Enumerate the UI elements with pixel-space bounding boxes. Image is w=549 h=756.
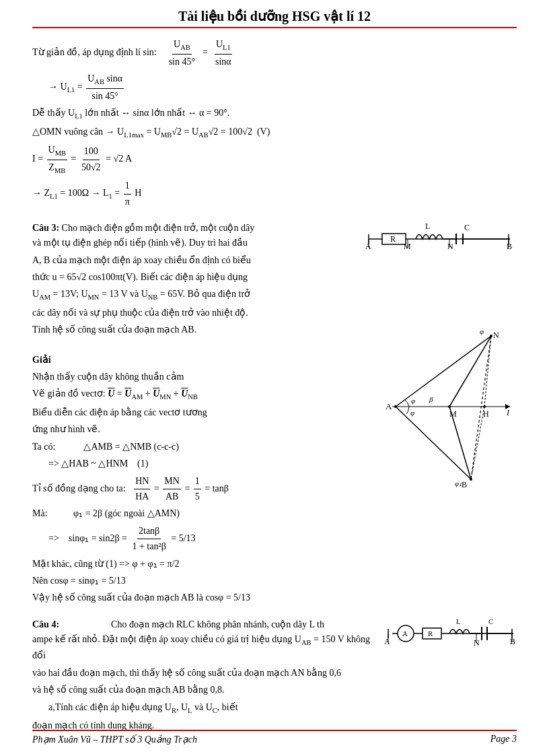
frac-1-5: 1 5 [194,474,201,505]
current-formula: I = UMB ZMB = 100 50√2 = √2 A [32,143,517,176]
svg-line-34 [471,336,491,479]
svg-text:φ: φ [410,409,414,417]
frac-ul1-expanded: UAB sinα sin 45° [86,71,124,104]
cau4-label: Câu 4: [32,619,59,629]
frac-uab-sin45: UAB sin 45° [168,37,196,69]
frac-current: UMB ZMB [47,143,67,176]
frac-current2: 100 50√2 [80,144,102,175]
giai-line8: => sinφ₁ = sin2β = 2tanβ 1 + tan²β = 5/1… [48,524,517,555]
svg-text:A: A [386,401,392,411]
svg-text:φ: φ [480,327,484,335]
svg-text:I: I [506,408,510,417]
svg-text:B: B [510,637,515,646]
cau4-line4: và hệ số công suất của đoạn mạch AB bằng… [32,683,517,697]
cau4-line5: a,Tính các điện áp hiệu dụng UR, UL và U… [48,700,517,717]
page-footer: Phạm Xuân Vũ – THPT số 3 Quảng Trạch Pag… [32,730,517,745]
svg-text:C: C [488,617,493,625]
svg-text:L: L [456,617,461,625]
frac-hn-ha: HN HA [134,474,150,505]
cau3-line5: UAM = 13V; UMN = 13 V và UNB = 65V. Bỏ q… [32,287,517,304]
giai-line10: Nên cosφ = sinφ₁ = 5/13 [32,574,517,588]
svg-text:φ₁: φ₁ [455,479,462,487]
svg-text:B: B [507,242,512,251]
svg-text:A: A [402,629,408,638]
giai-line9: Mặt khác, cũng từ (1) => φ + φ₁ = π/2 [32,557,517,572]
frac-l1: 1 π [124,178,131,209]
circuit-svg-cau3: R L C A M N B [362,215,517,263]
footer-page: Page 3 [490,734,517,745]
text-sine-rule: Từ giản đồ, áp dụng định lí sin: [32,47,157,57]
svg-line-38 [471,407,484,479]
svg-text:B: B [462,480,467,489]
svg-text:R: R [390,234,396,244]
frac-ul1-sinalpha: UL1 sinα [214,37,233,69]
footer-author: Phạm Xuân Vũ – THPT số 3 Quảng Trạch [32,734,197,745]
formula-sine-rule: Từ giản đồ, áp dụng định lí sin: UAB sin… [32,37,517,69]
circuit-diagram-cau3: R L C A M N B [362,215,517,265]
svg-line-33 [396,407,471,479]
svg-text:R: R [428,629,433,638]
svg-text:φ: φ [411,397,415,405]
max-condition: Dễ thấy UL1 lớn nhất ↔ sinα lớn nhất ↔ α… [32,106,517,123]
svg-text:N: N [493,331,499,340]
cau4-line3: vào hai đầu đoạn mạch, thì thấy hệ số cô… [32,666,517,681]
svg-text:β: β [429,395,433,403]
page: Tài liệu bồi dưỡng HSG vật lí 12 Từ giản… [0,0,549,756]
svg-line-35 [449,336,491,407]
frac-sin2b: 2tanβ 1 + tan²β [131,524,167,555]
giai-line11: Vậy hệ số công suất của đoạn mạch AB là … [32,590,517,605]
svg-line-32 [396,336,491,407]
formula-ul1: → UL1 = UAB sinα sin 45° [48,71,517,104]
giai-label: Giải [32,355,51,365]
cau3-text: Cho mạch điện gồm một điện trở, một cuộn… [62,223,255,233]
content-area: Từ giản đồ, áp dụng định lí sin: UAB sin… [32,32,517,738]
svg-text:N: N [447,242,453,251]
cau3-label: Câu 3: [32,223,59,233]
vector-svg: I A M H N [382,312,517,501]
zl1-formula: → ZL1 = 100Ω → L1 = 1 π H [32,178,517,209]
vector-diagram: I A M H N [382,312,517,504]
cau3-line4: thức u = 65√2 cos100πt(V). Biết các điện… [32,270,517,285]
cau4-section: A R L C A N [32,619,517,736]
page-title: Tài liệu bồi dưỡng HSG vật lí 12 [178,9,371,24]
giai-section: I A M H N [32,353,517,608]
circuit-svg-cau4: A R L C A N [382,612,517,656]
frac-mn-ab: MN AB [163,474,181,505]
page-header: Tài liệu bồi dưỡng HSG vật lí 12 [32,0,517,28]
svg-text:A: A [384,637,390,646]
svg-text:L: L [425,221,430,231]
svg-text:C: C [464,223,470,232]
giai-line7: Mà: φ₁ = 2β (góc ngoài △AMN) [32,506,517,521]
omn-triangle: △OMN vuông cân → UL1max = UMB√2 = UAB√2 … [32,125,517,141]
circuit-diagram-cau4: A R L C A N [382,612,517,658]
